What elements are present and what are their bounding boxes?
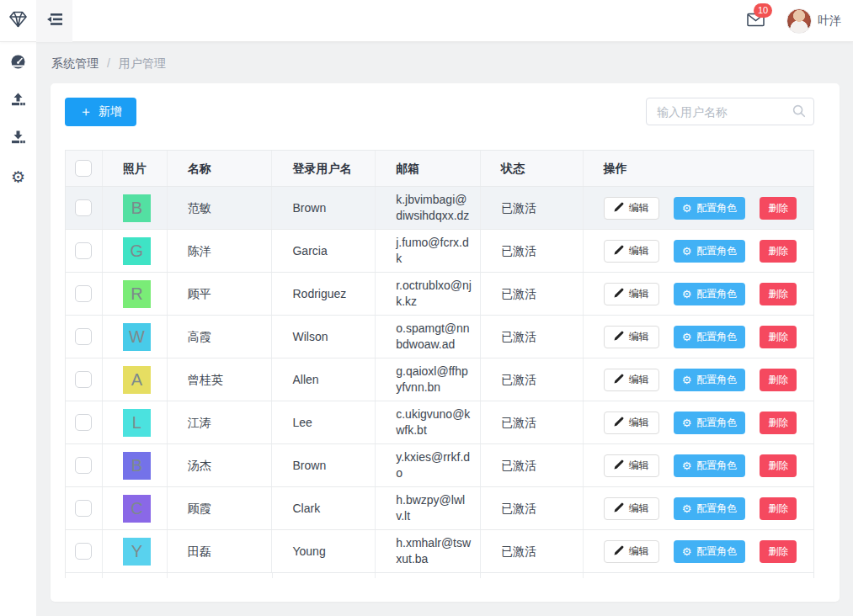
add-user-label: 新增 — [99, 104, 122, 119]
edit-button[interactable]: 编辑 — [604, 197, 659, 220]
edit-label: 编辑 — [629, 502, 649, 516]
select-all-checkbox[interactable] — [75, 160, 92, 177]
user-name-cell: 田磊 — [168, 530, 273, 572]
delete-button[interactable]: 删除 — [760, 497, 797, 520]
user-login-cell: Lee — [272, 401, 376, 443]
row-checkbox[interactable] — [75, 328, 92, 345]
delete-label: 删除 — [768, 202, 788, 214]
user-avatar-photo[interactable] — [786, 8, 812, 34]
user-email-cell: y.kxies@rrkf.do — [396, 449, 473, 481]
row-checkbox[interactable] — [75, 199, 92, 216]
user-login-cell: Rodriguez — [272, 273, 376, 315]
download-icon — [11, 130, 25, 148]
user-email-cell: j.fumo@fcrx.dk — [396, 235, 473, 267]
table-row: L 江涛 Lee c.ukigvuno@kwfk.bt 已激活 编辑 ⚙ 配置角… — [66, 401, 813, 444]
row-checkbox[interactable] — [75, 414, 92, 431]
sidebar-collapse-button[interactable] — [36, 0, 72, 42]
delete-button[interactable]: 删除 — [760, 197, 797, 220]
user-status-cell: 已激活 — [481, 316, 584, 358]
edit-button[interactable]: 编辑 — [604, 540, 659, 563]
edit-button[interactable]: 编辑 — [604, 412, 659, 434]
edit-button[interactable]: 编辑 — [604, 497, 659, 520]
gear-icon: ⚙ — [682, 417, 692, 428]
edit-button[interactable]: 编辑 — [604, 369, 659, 391]
user-email-cell: o.spamgt@nnbdwoaw.ad — [396, 321, 473, 353]
row-checkbox[interactable] — [75, 500, 92, 517]
delete-label: 删除 — [768, 374, 788, 385]
gear-icon: ⚙ — [682, 460, 692, 471]
search-input[interactable] — [646, 98, 814, 125]
edit-label: 编辑 — [629, 459, 649, 473]
config-role-button[interactable]: ⚙ 配置角色 — [674, 497, 746, 520]
breadcrumb-parent[interactable]: 系统管理 — [51, 56, 99, 70]
menu-fold-icon — [47, 13, 62, 29]
edit-button[interactable]: 编辑 — [604, 283, 659, 305]
delete-button[interactable]: 删除 — [760, 240, 797, 263]
delete-button[interactable]: 删除 — [760, 412, 797, 434]
user-status-cell: 已激活 — [481, 530, 584, 572]
sidebar-item-upload[interactable] — [0, 82, 36, 120]
delete-button[interactable]: 删除 — [760, 454, 797, 477]
config-role-label: 配置角色 — [696, 201, 737, 215]
gear-icon: ⚙ — [682, 503, 692, 514]
delete-label: 删除 — [768, 459, 788, 471]
sidebar-item-settings[interactable]: ⚙ — [0, 158, 36, 196]
col-header-photo: 照片 — [103, 151, 168, 186]
sidebar-item-download[interactable] — [0, 120, 36, 158]
config-role-button[interactable]: ⚙ 配置角色 — [674, 197, 746, 220]
table-row: A 曾桂英 Allen g.qaioxl@ffhpyfvnn.bn 已激活 编辑… — [66, 358, 813, 401]
col-header-login: 登录用户名 — [272, 151, 376, 186]
user-status-cell: 已激活 — [481, 401, 584, 443]
edit-label: 编辑 — [629, 416, 649, 430]
user-avatar: L — [123, 409, 151, 437]
edit-label: 编辑 — [629, 244, 649, 258]
user-email-cell: r.octrublxo@njk.kz — [396, 278, 473, 310]
users-table: 照片 名称 登录用户名 邮箱 状态 操作 B 范敏 Brown k.jbvimb… — [65, 150, 814, 578]
edit-button[interactable]: 编辑 — [604, 240, 659, 263]
add-user-button[interactable]: ＋ 新增 — [65, 98, 136, 126]
config-role-button[interactable]: ⚙ 配置角色 — [674, 540, 746, 563]
user-avatar: Y — [123, 538, 151, 566]
gear-icon: ⚙ — [682, 374, 692, 385]
config-role-label: 配置角色 — [696, 287, 737, 301]
config-role-button[interactable]: ⚙ 配置角色 — [674, 240, 746, 263]
edit-label: 编辑 — [629, 330, 649, 344]
pencil-icon — [614, 374, 624, 386]
delete-button[interactable]: 删除 — [760, 540, 797, 563]
sidebar-item-dashboard[interactable] — [0, 45, 36, 82]
user-email-cell: h.bwzpy@lwlv.lt — [396, 492, 473, 524]
row-checkbox[interactable] — [75, 543, 92, 560]
user-status-cell: 已激活 — [481, 273, 584, 315]
row-checkbox[interactable] — [75, 285, 92, 302]
edit-button[interactable]: 编辑 — [604, 454, 659, 477]
notifications-button[interactable]: 10 — [747, 12, 765, 30]
table-row-clipped — [66, 573, 813, 578]
user-avatar: R — [123, 280, 151, 308]
pencil-icon — [614, 502, 624, 515]
row-checkbox[interactable] — [75, 457, 92, 474]
delete-button[interactable]: 删除 — [760, 369, 797, 391]
edit-button[interactable]: 编辑 — [604, 326, 659, 348]
breadcrumb-separator: / — [107, 56, 110, 70]
table-body: B 范敏 Brown k.jbvimbagi@diwsihdqxx.dz 已激活… — [66, 187, 813, 573]
gem-logo-icon — [8, 9, 29, 33]
username-label[interactable]: 叶洋 — [818, 13, 841, 29]
user-status-cell: 已激活 — [481, 444, 584, 486]
config-role-button[interactable]: ⚙ 配置角色 — [674, 326, 746, 348]
user-login-cell: Garcia — [272, 230, 376, 272]
config-role-button[interactable]: ⚙ 配置角色 — [674, 454, 746, 477]
table-row: B 汤杰 Brown y.kxies@rrkf.do 已激活 编辑 ⚙ 配置角色… — [66, 444, 813, 487]
config-role-button[interactable]: ⚙ 配置角色 — [674, 283, 746, 305]
user-avatar: G — [123, 237, 151, 265]
app-logo[interactable] — [0, 0, 36, 42]
delete-button[interactable]: 删除 — [760, 283, 797, 305]
config-role-button[interactable]: ⚙ 配置角色 — [674, 369, 746, 391]
row-checkbox[interactable] — [75, 371, 92, 388]
row-checkbox[interactable] — [75, 242, 92, 259]
config-role-label: 配置角色 — [696, 330, 737, 344]
user-avatar: B — [123, 452, 151, 480]
top-bar: 10 叶洋 — [0, 0, 853, 42]
delete-button[interactable]: 删除 — [760, 326, 797, 348]
user-email-cell: c.ukigvuno@kwfk.bt — [396, 406, 473, 438]
config-role-button[interactable]: ⚙ 配置角色 — [674, 412, 746, 434]
